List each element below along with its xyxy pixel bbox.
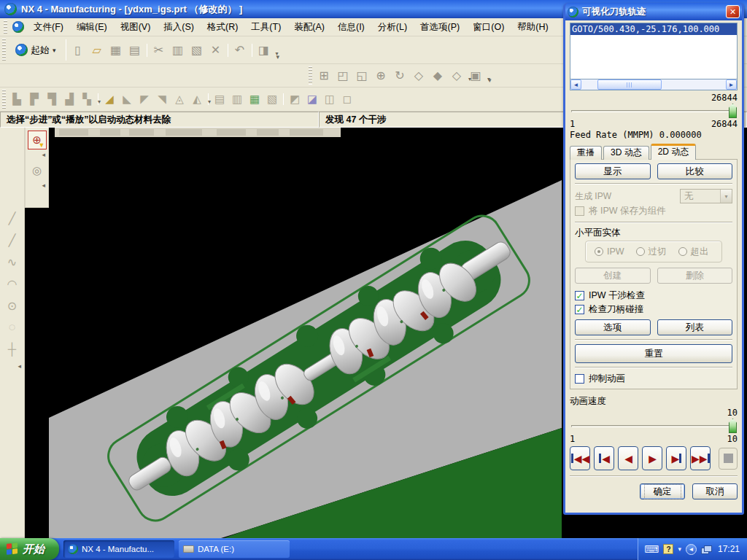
workpiece-display-icon[interactable]: ◫ [321, 90, 338, 108]
keyboard-icon[interactable]: ⌨ [644, 543, 659, 555]
toolpath-list[interactable]: GOTO/500.430,-25.176,100.000 [570, 23, 738, 79]
cancel-button[interactable]: 取消 [692, 483, 738, 499]
step-back-button[interactable]: ◀ [594, 446, 614, 470]
go-to-end-button[interactable]: ▶▶ [690, 446, 711, 470]
control-point-icon[interactable]: ∿ [4, 252, 21, 272]
snap-toggle-icon[interactable]: ◎ [28, 161, 47, 180]
dropdown-caret-icon[interactable]: ▾ [487, 76, 490, 82]
post-process-icon[interactable]: ▧ [263, 90, 281, 108]
holder-collision-checkbox[interactable]: ✓ [575, 305, 584, 314]
start-menu-button[interactable]: 起始 ▾ [11, 42, 61, 58]
compare-button[interactable]: 比较 [657, 163, 733, 179]
zoom-in-out-icon[interactable]: ⊕ [371, 66, 390, 85]
scroll-left-icon[interactable]: ◄ [570, 79, 581, 90]
rotate-view-icon[interactable]: ↻ [390, 66, 409, 85]
pan-view-icon[interactable]: ◇ [409, 66, 428, 85]
menu-item-2[interactable]: 视图(V) [114, 19, 158, 36]
open-file-icon[interactable]: ▱ [88, 41, 107, 60]
menu-item-3[interactable]: 插入(S) [157, 19, 201, 36]
task-button-data-drive[interactable]: DATA (E:) [179, 540, 290, 558]
copy-operation-icon[interactable]: ◤ [136, 90, 153, 108]
list-toolpath-icon[interactable]: ◩ [286, 90, 303, 108]
collapse-arrow-icon[interactable]: ◂ [18, 362, 21, 370]
progress-slider[interactable] [570, 104, 738, 118]
tab-replay[interactable]: 重播 [570, 146, 602, 160]
zoom-box-icon[interactable]: ◰ [333, 66, 352, 85]
toolbar-grip[interactable] [4, 20, 7, 34]
delete-operation-icon[interactable]: ◬ [171, 90, 188, 108]
edit-operation-icon[interactable]: ◢ [101, 90, 118, 108]
step-forward-button[interactable]: ▶ [666, 446, 686, 470]
start-button[interactable]: 开始 [0, 538, 59, 560]
end-point-icon[interactable]: ╱ [4, 208, 21, 228]
existing-point-icon[interactable]: ┼ [4, 339, 21, 359]
go-to-start-button[interactable]: ◀◀ [570, 446, 590, 470]
quadrant-point-icon[interactable]: ◌ [4, 317, 21, 338]
fit-view-icon[interactable]: ⊞ [314, 66, 333, 85]
generate-toolpath-icon[interactable]: ▤ [211, 90, 228, 108]
paste-operation-icon[interactable]: ◥ [153, 90, 171, 108]
new-file-icon[interactable]: ▯ [69, 41, 88, 60]
display-mode-cube-icon[interactable]: ◇▾ [447, 66, 466, 85]
menu-item-4[interactable]: 格式(R) [201, 19, 244, 36]
menu-item-5[interactable]: 工具(T) [244, 19, 287, 36]
center-point-icon[interactable]: ⊙ [4, 295, 21, 316]
dropdown-caret-icon[interactable]: ▾ [276, 50, 279, 57]
tab-2d-dynamic[interactable]: 2D 动态 [651, 144, 697, 160]
toolpath-list-row[interactable]: GOTO/500.430,-25.176,100.000 [570, 23, 737, 35]
ime-help-icon[interactable]: ? [663, 544, 673, 554]
tray-arrow-icon[interactable]: ▾ [678, 545, 681, 553]
collapse-arrow-icon[interactable]: ◂ [26, 151, 45, 158]
transform-operation-icon[interactable]: ◭▾ [188, 90, 206, 108]
menu-item-10[interactable]: 窗口(O) [466, 19, 511, 36]
ipw-interference-checkbox[interactable]: ✓ [575, 291, 584, 300]
zoom-region-icon[interactable]: ◱ [352, 66, 371, 85]
suppress-animation-checkbox[interactable] [575, 374, 584, 384]
menu-item-1[interactable]: 编辑(E) [70, 19, 114, 36]
scroll-right-icon[interactable]: ► [726, 79, 737, 90]
replay-toolpath-icon[interactable]: ▥ [228, 90, 246, 108]
print-icon[interactable]: ▤ [125, 41, 144, 60]
create-program-icon[interactable]: ▙ [8, 90, 26, 108]
verify-toolpath-icon[interactable]: ▦ [246, 90, 263, 108]
menu-item-6[interactable]: 装配(A) [287, 19, 331, 36]
shaded-view-icon[interactable]: ◆ [428, 66, 447, 85]
show-button[interactable]: 显示 [575, 163, 651, 179]
speed-slider[interactable] [570, 419, 738, 433]
intersection-point-icon[interactable]: ◠ [4, 273, 21, 294]
menu-item-7[interactable]: 信息(I) [331, 19, 371, 36]
hide-icons-chevron[interactable]: ◄ [686, 544, 697, 555]
horizontal-scrollbar[interactable]: ◄ ► [570, 79, 738, 90]
slider-thumb[interactable] [729, 419, 737, 433]
save-icon[interactable]: ▦ [107, 41, 125, 60]
network-icon[interactable] [701, 545, 712, 553]
close-icon[interactable]: ✕ [726, 5, 740, 18]
stop-button[interactable] [719, 448, 738, 470]
cut-operation-icon[interactable]: ◣ [118, 90, 136, 108]
menu-item-0[interactable]: 文件(F) [27, 19, 70, 36]
reset-button[interactable]: 重置 [575, 344, 732, 363]
mid-point-icon[interactable]: ╱ [4, 230, 21, 250]
create-method-icon[interactable]: ▟ [61, 90, 78, 108]
collapse-arrow-icon[interactable]: ◂ [26, 182, 45, 189]
ok-button[interactable]: 确定 [640, 483, 685, 499]
undo-icon[interactable]: ↶ [231, 41, 249, 60]
menu-item-11[interactable]: 帮助(H) [511, 19, 554, 36]
tab-3d-dynamic[interactable]: 3D 动态 [603, 146, 649, 160]
sync-operation-icon[interactable]: ◻ [338, 90, 356, 108]
play-backward-button[interactable]: ◀ [618, 446, 638, 470]
create-geometry-icon[interactable]: ▜ [43, 90, 61, 108]
create-tool-icon[interactable]: ▛ [26, 90, 43, 108]
menu-item-8[interactable]: 分析(L) [371, 19, 414, 36]
menu-item-9[interactable]: 首选项(P) [414, 19, 466, 36]
task-button-nx[interactable]: NX 4 - Manufactu... [63, 540, 174, 558]
dialog-title-bar[interactable]: 可视化刀轨轨迹 ✕ [565, 3, 742, 20]
create-operation-icon[interactable]: ▚▾ [78, 90, 96, 108]
clip-section-icon[interactable]: ▣▾ [466, 66, 485, 85]
slider-thumb[interactable] [729, 104, 737, 118]
scrollbar-thumb[interactable] [597, 79, 662, 90]
toolbar-grip[interactable] [309, 66, 312, 85]
paste-icon[interactable]: ▧ [187, 41, 206, 60]
copy-icon[interactable]: ▥ [169, 41, 187, 60]
play-forward-button[interactable]: ▶ [642, 446, 662, 470]
